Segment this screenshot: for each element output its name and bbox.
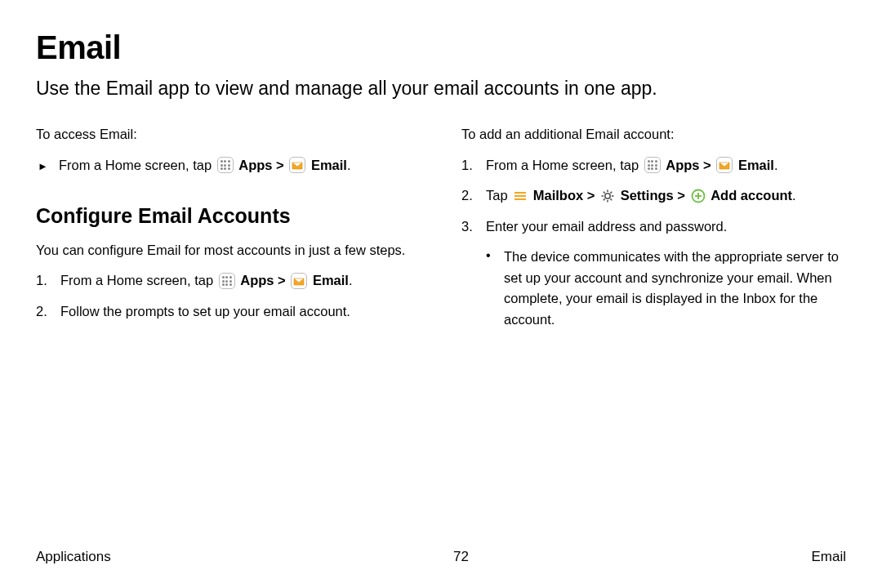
email-label: Email [311,158,347,172]
add-step-3-note: • The device communicates with the appro… [486,247,846,330]
list-number: 2. [461,185,486,207]
text-prefix: From a Home screen, tap [60,273,217,287]
mailbox-icon [513,189,528,203]
email-label: Email [738,158,774,172]
text-prefix: From a Home screen, tap [59,158,216,172]
access-step-text: From a Home screen, tap Apps > Email. [59,155,421,176]
plus-circle-icon [691,189,706,203]
add-account-label-text: Add account [710,188,792,203]
apps-label: Apps [666,158,699,172]
email-icon [716,157,733,173]
content-columns: To access Email: ► From a Home screen, t… [36,124,846,332]
svg-point-3 [605,194,610,198]
apps-label: Apps [240,273,274,287]
add-step-3: 3. Enter your email address and password… [461,216,846,238]
page-title: Email [36,29,846,66]
footer-right: Email [811,549,846,565]
add-account-label: To add an additional Email account: [461,124,846,145]
configure-step-2: 2. Follow the prompts to set up your ema… [36,301,421,323]
configure-section-title: Configure Email Accounts [36,200,421,232]
triangle-bullet-icon: ► [38,155,59,175]
access-step: ► From a Home screen, tap Apps > Email. [36,155,421,176]
settings-label: Settings [621,188,674,203]
text-prefix: From a Home screen, tap [486,158,643,172]
configure-section-desc: You can configure Email for most account… [36,240,421,261]
chevron-icon: > [703,158,711,172]
period: . [774,158,778,172]
configure-step-1: 1. From a Home screen, tap Apps > Email. [36,270,421,292]
chevron-icon: > [677,188,685,203]
period: . [792,188,796,203]
list-body: Tap Mailbox > Settings > Add account. [486,185,846,207]
svg-line-11 [610,192,612,194]
email-label: Email [313,273,349,287]
list-number: 1. [36,270,60,292]
list-number: 2. [36,301,60,323]
page-intro: Use the Email app to view and manage all… [36,76,846,101]
bullet-dot-icon: • [486,247,504,265]
footer-left: Applications [36,549,111,565]
period: . [347,158,351,172]
svg-line-10 [604,198,605,200]
list-number: 3. [461,216,486,238]
note-text: The device communicates with the appropr… [504,247,846,330]
chevron-icon: > [278,273,286,287]
apps-label: Apps [238,158,272,172]
footer-page-number: 72 [453,549,469,565]
chevron-icon: > [276,158,284,172]
apps-icon [644,157,661,173]
list-body: Follow the prompts to set up your email … [60,301,421,323]
chevron-icon: > [587,188,595,203]
email-icon [291,273,307,289]
add-step-1: 1. From a Home screen, tap Apps > Email. [461,155,846,176]
list-body: From a Home screen, tap Apps > Email. [486,155,846,176]
text-prefix: Tap [486,188,511,203]
apps-icon [217,157,234,173]
left-column: To access Email: ► From a Home screen, t… [36,124,421,332]
settings-icon [600,189,615,203]
access-label: To access Email: [36,124,421,145]
list-body: From a Home screen, tap Apps > Email. [60,270,421,292]
apps-icon [219,273,235,289]
period: . [349,273,353,287]
svg-line-9 [610,198,612,200]
right-column: To add an additional Email account: 1. F… [461,124,846,332]
add-step-2: 2. Tap Mailbox > Settings > Add account. [461,185,846,207]
list-body: Enter your email address and password. [486,216,846,238]
svg-line-8 [604,192,605,194]
list-number: 1. [461,155,486,176]
page-footer: Applications 72 Email [36,549,846,565]
email-icon [289,157,305,173]
mailbox-label: Mailbox [533,188,583,203]
